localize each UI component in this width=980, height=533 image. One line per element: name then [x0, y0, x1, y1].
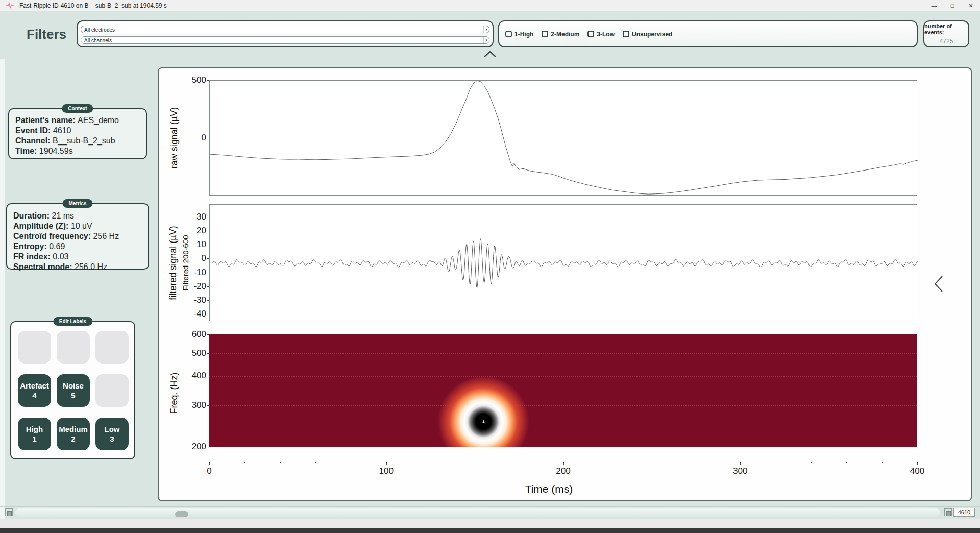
checkbox-label: Unsupervised: [632, 31, 672, 38]
checkbox-label: 2-Medium: [551, 31, 579, 38]
grip-icon: [7, 511, 12, 516]
field-line: Event ID: 4610: [15, 126, 140, 136]
event-center-marker: +: [482, 419, 485, 425]
fast-ripple-event-blob: [435, 373, 532, 447]
checkbox-3[interactable]: [587, 31, 594, 37]
event-id-input[interactable]: 4610: [953, 508, 975, 517]
x-tick-label: 0: [207, 466, 211, 476]
field-line: Time: 1904.59s: [15, 146, 140, 156]
label-button-noise[interactable]: Noise5: [57, 374, 90, 407]
event-scrollbar-thumb[interactable]: [175, 511, 188, 517]
scroll-right-button[interactable]: [944, 508, 952, 516]
label-button-empty[interactable]: [18, 331, 51, 364]
label-filter-box: 1-High2-Medium3-LowUnsupervised: [498, 20, 918, 47]
app-window: Fast-Ripple ID-4610 on B__sub-B_2_sub at…: [0, 0, 980, 533]
channel-select[interactable]: All channels ▾: [81, 36, 489, 44]
x-axis-label: Time (ms): [525, 483, 573, 495]
y-axis-label: Freq. (Hz): [169, 373, 180, 414]
x-minor-tick: [599, 462, 599, 463]
electrode-select-value: All electrodes: [84, 27, 115, 33]
grip-icon: [946, 511, 951, 516]
x-tick-label: 200: [556, 466, 570, 476]
y-tick-label: 500: [178, 348, 206, 358]
checkbox-4[interactable]: [623, 31, 629, 37]
maximize-button[interactable]: □: [943, 0, 962, 11]
label-button-low[interactable]: Low3: [95, 418, 129, 450]
chevron-down-icon: ▾: [483, 26, 487, 33]
field-line: Duration: 21 ms: [13, 211, 142, 221]
events-count-value: 4725: [940, 38, 953, 45]
x-minor-tick: [846, 462, 847, 463]
events-count-box: number of events: 4725: [923, 20, 969, 47]
chevron-up-icon[interactable]: [483, 50, 497, 58]
x-minor-tick: [315, 462, 316, 463]
x-minor-tick: [457, 462, 457, 463]
metrics-panel: Metrics Duration: 21 msAmplitude (Z): 10…: [6, 203, 149, 270]
edit-labels-grid: Artefact4Noise5High1Medium2Low3: [18, 331, 128, 450]
label-button-empty[interactable]: [57, 331, 90, 364]
y-axis-label: filtered signal (µV): [168, 226, 179, 300]
y-tick-label: 200: [178, 442, 206, 452]
channel-select-value: All channels: [84, 38, 112, 43]
metrics-legend: Metrics: [62, 199, 92, 208]
field-line: Channel: B__sub-B_2_sub: [15, 136, 140, 146]
event-scrollbar-track[interactable]: [15, 508, 940, 517]
chevron-down-icon: ▾: [483, 37, 487, 43]
titlebar: Fast-Ripple ID-4610 on B__sub-B_2_sub at…: [0, 0, 980, 11]
heatmap-gridline: [209, 405, 917, 406]
filters-label: Filters: [27, 27, 66, 42]
plot-frame: [209, 204, 917, 321]
events-count-label: number of events:: [924, 23, 968, 35]
taskbar-edge: [0, 528, 980, 533]
label-button-empty[interactable]: [95, 374, 129, 407]
left-splitter[interactable]: [0, 59, 5, 519]
x-tick-label: 300: [733, 466, 747, 476]
x-tick-mark: [917, 462, 918, 465]
close-button[interactable]: ✕: [962, 0, 980, 11]
context-panel: Context Patient's name: AES_demoEvent ID…: [8, 108, 147, 159]
x-minor-tick: [351, 462, 351, 463]
checkbox-label: 1-High: [514, 31, 533, 38]
x-tick-mark: [209, 462, 210, 465]
field-line: Centroïd frequency: 256 Hz: [13, 231, 142, 241]
minimize-button[interactable]: —: [925, 0, 943, 11]
window-bottom-margin: [0, 519, 980, 528]
plots-container: 5000raw signal (µV)3020100-10-20-30-40fi…: [158, 67, 972, 501]
checkbox-label: 3-Low: [597, 31, 615, 38]
y-tick-label: 300: [178, 400, 206, 410]
label-filter-1-high: 1-High: [505, 31, 533, 38]
heatmap-gridline: [209, 353, 917, 354]
spectrogram-heatmap: +: [209, 334, 917, 447]
x-tick-label: 400: [910, 466, 924, 476]
y-tick-label: 600: [178, 329, 206, 340]
label-button-medium[interactable]: Medium2: [57, 418, 90, 450]
field-line: Entropy: 0.69: [13, 241, 142, 252]
label-button-high[interactable]: High1: [18, 418, 51, 450]
x-minor-tick: [528, 462, 528, 463]
edit-labels-panel: Edit Labels Artefact4Noise5High1Medium2L…: [10, 321, 135, 459]
x-minor-tick: [244, 462, 245, 463]
x-minor-tick: [776, 462, 776, 463]
field-line: Amplitude (Z): 10 uV: [13, 221, 142, 231]
chevron-left-icon[interactable]: [933, 275, 945, 293]
window-title: Fast-Ripple ID-4610 on B__sub-B_2_sub at…: [19, 2, 167, 9]
heatmap-gridline: [209, 376, 917, 377]
x-minor-tick: [811, 462, 812, 463]
checkbox-1[interactable]: [505, 31, 512, 37]
context-legend: Context: [62, 104, 93, 113]
label-button-artefact[interactable]: Artefact4: [18, 374, 51, 407]
y-tick-label: 30: [178, 212, 206, 222]
checkbox-2[interactable]: [542, 31, 548, 37]
x-minor-tick: [882, 462, 883, 463]
bottom-scroll-row: 4610: [0, 506, 980, 519]
x-tick-mark: [740, 462, 741, 465]
y-tick-label: -40: [178, 309, 206, 319]
field-line: FR index: 0.03: [13, 252, 142, 262]
filters-dropdown-box: All electrodes ▾ All channels ▾: [77, 20, 494, 47]
y-tick-label: 500: [178, 75, 206, 85]
field-line: Spectral mode: 256.0 Hz: [13, 262, 142, 272]
label-button-empty[interactable]: [95, 331, 129, 364]
app-icon: [6, 2, 14, 9]
scroll-left-button[interactable]: [5, 508, 13, 516]
electrode-select[interactable]: All electrodes ▾: [81, 26, 489, 33]
